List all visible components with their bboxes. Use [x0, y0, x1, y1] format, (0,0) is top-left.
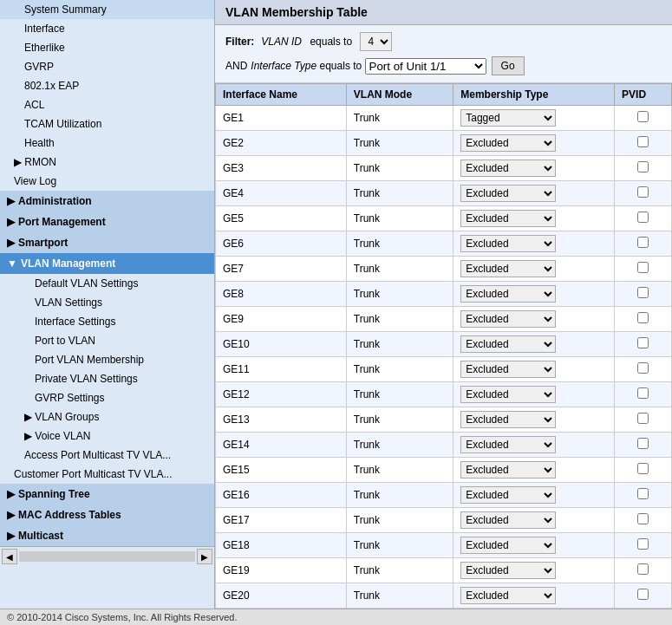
sidebar-vlan-items: Default VLAN Settings VLAN Settings Inte… — [0, 274, 214, 484]
cell-vlan-mode: Trunk — [346, 508, 453, 533]
sidebar-item-gvrp-settings[interactable]: GVRP Settings — [0, 388, 214, 407]
cell-pvid — [615, 131, 672, 156]
sidebar-item-tcam[interactable]: TCAM Utilization — [0, 114, 214, 133]
cell-membership-type: TaggedUntaggedExcludedForbidden — [453, 206, 615, 231]
interface-type-select[interactable]: Port of Unit 1/1 Port of Unit 1/2 LAG — [365, 58, 486, 75]
sidebar-item-acl[interactable]: ACL — [0, 95, 214, 114]
sidebar-item-rmon[interactable]: ▶ RMON — [0, 153, 214, 172]
cell-pvid — [615, 257, 672, 282]
sidebar-item-system-summary[interactable]: System Summary — [0, 0, 214, 19]
pvid-checkbox[interactable] — [637, 538, 649, 550]
membership-type-select[interactable]: TaggedUntaggedExcludedForbidden — [460, 562, 556, 579]
port-mgmt-arrow-icon: ▶ — [7, 216, 15, 228]
membership-type-select[interactable]: TaggedUntaggedExcludedForbidden — [460, 260, 556, 277]
pvid-checkbox[interactable] — [637, 362, 649, 374]
sidebar-item-access-port[interactable]: Access Port Multicast TV VLA... — [0, 446, 214, 465]
cell-interface-name: GE7 — [216, 257, 347, 282]
table-row: GE4TrunkTaggedUntaggedExcludedForbidden — [216, 181, 672, 206]
sidebar-item-default-vlan[interactable]: Default VLAN Settings — [0, 274, 214, 293]
cell-pvid — [615, 332, 672, 357]
sidebar-item-port-to-vlan[interactable]: Port to VLAN — [0, 331, 214, 350]
filter-equals-label2: equals to — [320, 60, 362, 72]
sidebar-rmon-items: ▶ RMON View Log — [0, 153, 214, 191]
membership-type-select[interactable]: TaggedUntaggedExcludedForbidden — [460, 335, 556, 353]
membership-type-select[interactable]: TaggedUntaggedExcludedForbidden — [460, 461, 556, 479]
sidebar-item-vlan-settings[interactable]: VLAN Settings — [0, 293, 214, 312]
cell-interface-name: GE10 — [216, 332, 347, 357]
filter-bar: Filter: VLAN ID equals to 4 1 2 3 5 AND … — [215, 25, 672, 83]
sidebar-item-voice-vlan[interactable]: ▶ Voice VLAN — [0, 426, 214, 446]
membership-type-select[interactable]: TaggedUntaggedExcludedForbidden — [460, 411, 556, 428]
sidebar-spanning-tree-header[interactable]: ▶ Spanning Tree — [0, 484, 214, 505]
membership-type-select[interactable]: TaggedUntaggedExcludedForbidden — [460, 537, 556, 554]
cell-interface-name: GE6 — [216, 231, 347, 257]
sidebar-smartport-header[interactable]: ▶ Smartport — [0, 232, 214, 253]
membership-type-select[interactable]: TaggedUntaggedExcludedForbidden — [460, 160, 556, 177]
pvid-checkbox[interactable] — [637, 463, 649, 474]
sidebar-item-view-log[interactable]: View Log — [0, 172, 214, 191]
sidebar-scroll-right-button[interactable]: ▶ — [197, 549, 212, 564]
sidebar-item-health[interactable]: Health — [0, 133, 214, 153]
col-interface-name: Interface Name — [216, 84, 347, 106]
membership-type-select[interactable]: TaggedUntaggedExcludedForbidden — [460, 134, 556, 152]
pvid-checkbox[interactable] — [637, 186, 649, 198]
sidebar-scroll-left-button[interactable]: ◀ — [2, 549, 17, 564]
cell-vlan-mode: Trunk — [346, 257, 453, 282]
membership-type-select[interactable]: TaggedUntaggedExcludedForbidden — [460, 511, 556, 529]
membership-type-select[interactable]: TaggedUntaggedExcludedForbidden — [460, 235, 556, 252]
pvid-checkbox[interactable] — [637, 563, 649, 575]
membership-type-select[interactable]: TaggedUntaggedExcludedForbidden — [460, 587, 556, 604]
pvid-checkbox[interactable] — [637, 488, 649, 499]
membership-type-select[interactable]: TaggedUntaggedExcludedForbidden — [460, 210, 556, 227]
table-row: GE8TrunkTaggedUntaggedExcludedForbidden — [216, 282, 672, 307]
cell-membership-type: TaggedUntaggedExcludedForbidden — [453, 558, 615, 583]
sidebar-item-private-vlan[interactable]: Private VLAN Settings — [0, 369, 214, 388]
pvid-checkbox[interactable] — [637, 111, 649, 122]
pvid-checkbox[interactable] — [637, 287, 649, 298]
sidebar-item-etherlike[interactable]: Etherlike — [0, 38, 214, 57]
go-button[interactable]: Go — [492, 56, 525, 75]
sidebar-administration-header[interactable]: ▶ Administration — [0, 191, 214, 212]
sidebar-item-dot1x[interactable]: 802.1x EAP — [0, 76, 214, 95]
sidebar-port-management-header[interactable]: ▶ Port Management — [0, 212, 214, 232]
pvid-checkbox[interactable] — [637, 413, 649, 424]
footer: © 2010-2014 Cisco Systems, Inc. All Righ… — [0, 609, 672, 625]
membership-type-select[interactable]: TaggedUntaggedExcludedForbidden — [460, 285, 556, 303]
cell-pvid — [615, 483, 672, 508]
sidebar-item-interface-settings[interactable]: Interface Settings — [0, 312, 214, 331]
sidebar-item-customer-port[interactable]: Customer Port Multicast TV VLA... — [0, 465, 214, 484]
col-membership-type: Membership Type — [453, 84, 615, 106]
cell-membership-type: TaggedUntaggedExcludedForbidden — [453, 257, 615, 282]
vlan-id-select[interactable]: 4 1 2 3 5 — [360, 32, 392, 51]
pvid-checkbox[interactable] — [637, 513, 649, 524]
pvid-checkbox[interactable] — [637, 589, 649, 600]
sidebar-item-interface[interactable]: Interface — [0, 19, 214, 38]
sidebar-item-gvrp[interactable]: GVRP — [0, 57, 214, 76]
membership-type-select[interactable]: TaggedUntaggedExcludedForbidden — [460, 361, 556, 378]
pvid-checkbox[interactable] — [637, 438, 649, 449]
pvid-checkbox[interactable] — [637, 161, 649, 173]
table-row: GE12TrunkTaggedUntaggedExcludedForbidden — [216, 382, 672, 407]
membership-type-select[interactable]: TaggedUntaggedExcludedForbidden — [460, 486, 556, 504]
membership-type-select[interactable]: TaggedUntaggedExcludedForbidden — [460, 109, 556, 127]
membership-type-select[interactable]: TaggedUntaggedExcludedForbidden — [460, 386, 556, 403]
sidebar-multicast-header[interactable]: ▶ Multicast — [0, 525, 214, 546]
pvid-checkbox[interactable] — [637, 237, 649, 248]
sidebar-item-port-vlan-membership[interactable]: Port VLAN Membership — [0, 350, 214, 369]
pvid-checkbox[interactable] — [637, 212, 649, 223]
sidebar-mac-address-header[interactable]: ▶ MAC Address Tables — [0, 505, 214, 525]
membership-type-select[interactable]: TaggedUntaggedExcludedForbidden — [460, 436, 556, 453]
membership-type-select[interactable]: TaggedUntaggedExcludedForbidden — [460, 185, 556, 202]
vlan-groups-arrow-icon: ▶ — [24, 411, 32, 423]
sidebar-item-vlan-groups[interactable]: ▶ VLAN Groups — [0, 407, 214, 426]
sidebar-vlan-management-header[interactable]: ▼ VLAN Management — [0, 253, 214, 274]
cell-membership-type: TaggedUntaggedExcludedForbidden — [453, 231, 615, 257]
pvid-checkbox[interactable] — [637, 337, 649, 348]
pvid-checkbox[interactable] — [637, 136, 649, 147]
interface-type-label: Interface Type — [251, 60, 316, 72]
pvid-checkbox[interactable] — [637, 262, 649, 273]
pvid-checkbox[interactable] — [637, 312, 649, 323]
pvid-checkbox[interactable] — [637, 387, 649, 399]
membership-type-select[interactable]: TaggedUntaggedExcludedForbidden — [460, 310, 556, 328]
multicast-arrow-icon: ▶ — [7, 530, 15, 542]
